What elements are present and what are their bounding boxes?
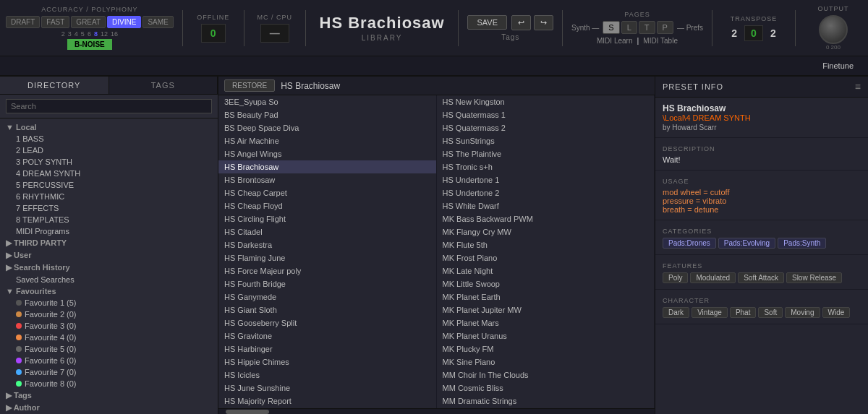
list-item[interactable]: HS SunStrings — [437, 134, 655, 147]
list-item[interactable]: HS Cheap Carpet — [218, 186, 436, 199]
list-item[interactable]: MK Planet Mars — [437, 316, 655, 329]
character-tag[interactable]: Wide — [822, 307, 851, 318]
next-preset-button[interactable]: ↪ — [534, 15, 553, 30]
list-item[interactable]: HS Brachiosaw — [218, 160, 436, 173]
search-history-folder[interactable]: ▶ Search History — [0, 262, 218, 274]
list-item[interactable]: HS Angel Wings — [218, 147, 436, 160]
fav-5[interactable]: Favourite 5 (0) — [0, 343, 218, 355]
list-item[interactable]: HS White Dwarf — [437, 199, 655, 212]
prefs-label[interactable]: — Prefs — [677, 24, 703, 32]
list-item[interactable]: BS Deep Space Diva — [218, 121, 436, 134]
poly-16[interactable]: 16 — [111, 30, 118, 38]
tree-midi-programs[interactable]: MIDI Programs — [0, 225, 218, 237]
list-item[interactable]: MK Little Swoop — [437, 277, 655, 290]
list-item[interactable]: HS Majority Report — [218, 394, 436, 407]
fav-2[interactable]: Favourite 2 (0) — [0, 309, 218, 320]
list-item[interactable]: MK Planet Earth — [437, 290, 655, 303]
list-item[interactable]: MK Sine Piano — [437, 355, 655, 368]
list-item[interactable]: MK Plucky FM — [437, 342, 655, 355]
list-item[interactable]: HS Brontosaw — [218, 173, 436, 186]
category-tag[interactable]: Pads:Evolving — [718, 238, 775, 249]
page-s-button[interactable]: S — [603, 21, 619, 34]
list-item[interactable]: MK Flute 5th — [437, 238, 655, 251]
list-item[interactable]: HS Icicles — [218, 368, 436, 381]
list-item[interactable]: HS Tronic s+h — [437, 160, 655, 173]
poly-12[interactable]: 12 — [101, 30, 108, 38]
preset-scrollbar[interactable] — [218, 408, 655, 414]
list-item[interactable]: MK Flangy Cry MW — [437, 225, 655, 238]
prev-preset-button[interactable]: ↩ — [511, 15, 531, 30]
list-item[interactable]: HS Citadel — [218, 225, 436, 238]
list-item[interactable]: MM Choir In The Clouds — [437, 368, 655, 381]
tree-dream-synth[interactable]: 4 DREAM SYNTH — [0, 168, 218, 179]
poly-4[interactable]: 4 — [75, 30, 78, 38]
tab-tags[interactable]: TAGS — [109, 77, 218, 94]
quality-draft[interactable]: DRAFT — [6, 16, 40, 28]
list-item[interactable]: MK Bass Backward PWM — [437, 212, 655, 225]
fav-7[interactable]: Favourite 7 (0) — [0, 366, 218, 378]
fav-3[interactable]: Favourite 3 (0) — [0, 320, 218, 332]
restore-button[interactable]: RESTORE — [224, 79, 275, 92]
list-item[interactable]: BS Beauty Pad — [218, 108, 436, 121]
preset-scrollbar-thumb[interactable] — [226, 410, 269, 414]
author-folder[interactable]: ▶ Author — [0, 402, 218, 414]
local-folder[interactable]: ▼ Local — [0, 121, 218, 133]
feature-tag[interactable]: Soft Attack — [738, 272, 784, 283]
tags-folder[interactable]: ▶ Tags — [0, 389, 218, 402]
tree-percussive[interactable]: 5 PERCUSSIVE — [0, 179, 218, 191]
list-item[interactable]: HS Force Majeur poly — [218, 264, 436, 277]
output-knob[interactable] — [819, 15, 848, 44]
quality-divine[interactable]: DIVINE — [107, 16, 141, 28]
bnoise-btn[interactable]: B-NOISE — [67, 39, 112, 50]
character-tag[interactable]: Phat — [730, 307, 757, 318]
list-item[interactable]: HS Cheap Floyd — [218, 199, 436, 212]
list-item[interactable]: HS Hippie Chimes — [218, 355, 436, 368]
page-p-button[interactable]: P — [657, 21, 673, 34]
list-item[interactable]: HS Undertone 1 — [437, 173, 655, 186]
tree-lead[interactable]: 2 LEAD — [0, 145, 218, 156]
fav-6[interactable]: Favourite 6 (0) — [0, 355, 218, 366]
list-item[interactable]: 3EE_Syupa So — [218, 95, 436, 108]
list-item[interactable]: HS Fourth Bridge — [218, 277, 436, 290]
midi-table-button[interactable]: MIDI Table — [643, 36, 678, 45]
list-item[interactable]: HS Quatermass 2 — [437, 121, 655, 134]
list-item[interactable]: HS Harbinger — [218, 342, 436, 355]
saved-searches-item[interactable]: Saved Searches — [0, 274, 218, 285]
fav-8[interactable]: Favourite 8 (0) — [0, 378, 218, 389]
list-item[interactable]: MK Late Night — [437, 264, 655, 277]
list-item[interactable]: MM Dramatic Strings — [437, 394, 655, 407]
feature-tag[interactable]: Poly — [663, 272, 688, 283]
list-item[interactable]: HS New Kingston — [437, 95, 655, 108]
poly-5[interactable]: 5 — [81, 30, 85, 38]
tab-directory[interactable]: DIRECTORY — [0, 77, 109, 94]
save-button[interactable]: SAVE — [467, 15, 507, 30]
tree-poly-synth[interactable]: 3 POLY SYNTH — [0, 156, 218, 168]
poly-8[interactable]: 8 — [94, 30, 98, 38]
tree-bass[interactable]: 1 BASS — [0, 133, 218, 145]
menu-icon[interactable]: ≡ — [855, 81, 861, 92]
quality-fast[interactable]: FAST — [41, 16, 69, 28]
category-tag[interactable]: Pads:Drones — [663, 238, 716, 249]
tree-rhythmic[interactable]: 6 RHYTHMIC — [0, 191, 218, 202]
tree-templates[interactable]: 8 TEMPLATES — [0, 214, 218, 225]
poly-6[interactable]: 6 — [88, 30, 91, 38]
quality-great[interactable]: GREAT — [71, 16, 106, 28]
list-item[interactable]: MK Frost Piano — [437, 251, 655, 264]
user-folder[interactable]: ▶ User — [0, 249, 218, 262]
list-item[interactable]: MK Planet Jupiter MW — [437, 303, 655, 316]
third-party-folder[interactable]: ▶ THIRD PARTY — [0, 237, 218, 249]
list-item[interactable]: HS Undertone 2 — [437, 186, 655, 199]
list-item[interactable]: HS June Sunshine — [218, 381, 436, 394]
page-l-button[interactable]: L — [621, 21, 637, 34]
character-tag[interactable]: Vintage — [692, 307, 728, 318]
midi-learn-button[interactable]: MIDI Learn — [597, 36, 632, 45]
search-input[interactable] — [6, 99, 212, 113]
list-item[interactable]: HS Flaming June — [218, 251, 436, 264]
list-item[interactable]: HS Circling Flight — [218, 212, 436, 225]
list-item[interactable]: MM Cosmic Bliss — [437, 381, 655, 394]
list-item[interactable]: HS Ganymede — [218, 290, 436, 303]
character-tag[interactable]: Soft — [758, 307, 783, 318]
list-item[interactable]: HS The Plaintive — [437, 147, 655, 160]
list-item[interactable]: HS Darkestra — [218, 238, 436, 251]
character-tag[interactable]: Dark — [663, 307, 689, 318]
